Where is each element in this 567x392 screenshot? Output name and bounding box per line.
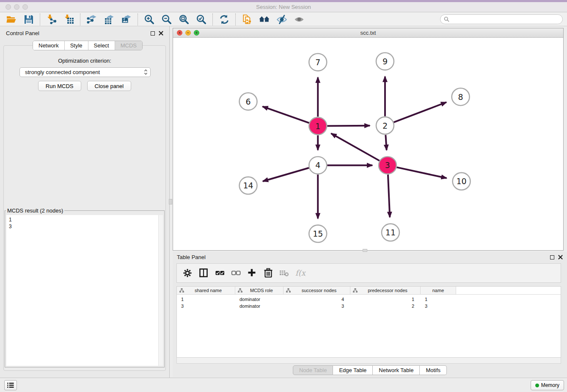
export-image-button[interactable] (120, 14, 133, 25)
table-cell[interactable]: 3 (177, 304, 235, 309)
network-close-button[interactable]: × (177, 30, 182, 36)
horizontal-splitter-grip[interactable] (363, 249, 367, 252)
graph-node-9[interactable]: 9 (376, 52, 394, 70)
float-panel-icon[interactable] (151, 31, 155, 36)
table-cell[interactable]: dominator (235, 304, 284, 309)
tab-node-table[interactable]: Node Table (293, 365, 333, 375)
import-network-button[interactable] (45, 14, 58, 25)
save-session-button[interactable] (22, 14, 35, 25)
close-panel-icon[interactable] (159, 31, 163, 36)
zoom-selected-button[interactable] (195, 14, 208, 25)
tab-network[interactable]: Network (33, 41, 65, 50)
close-window-button[interactable] (6, 4, 11, 10)
graph-node-6[interactable]: 6 (239, 93, 257, 110)
close-table-panel-icon[interactable] (558, 255, 563, 259)
graph-node-8[interactable]: 8 (452, 88, 470, 105)
graph-node-10[interactable]: 10 (453, 173, 471, 190)
edge-4-14[interactable] (263, 168, 309, 181)
tab-select[interactable]: Select (88, 41, 115, 50)
tab-mcds[interactable]: MCDS (115, 41, 142, 50)
network-canvas[interactable]: 7968124314101511 (173, 38, 563, 250)
export-network-button[interactable] (85, 14, 98, 25)
apply-layout-button[interactable] (217, 14, 231, 25)
tab-style[interactable]: Style (65, 41, 88, 50)
export-table-button[interactable] (102, 14, 116, 25)
show-graphics-details-button[interactable] (292, 14, 306, 25)
table-cell[interactable]: 1 (177, 297, 235, 302)
clear-selection-button[interactable] (229, 266, 243, 280)
table-cell[interactable]: 2 (350, 304, 421, 309)
edge-3-1[interactable] (331, 133, 380, 160)
main-toolbar (0, 13, 567, 26)
table-row[interactable]: 3dominator323 (177, 303, 561, 309)
network-minimize-button[interactable]: − (185, 30, 191, 36)
mcds-result-line: 3 (9, 223, 160, 230)
delete-table-icon (279, 268, 290, 279)
column-header-shared-name[interactable]: shared name (177, 287, 235, 294)
table-horizontal-scrollbar[interactable] (176, 358, 561, 364)
graph-node-7[interactable]: 7 (309, 53, 327, 71)
apply-layout-icon (219, 14, 230, 25)
float-table-panel-icon[interactable] (550, 255, 554, 259)
delete-column-button[interactable] (261, 266, 275, 280)
first-neighbors-button[interactable] (258, 14, 271, 25)
close-panel-button[interactable]: Close panel (87, 81, 132, 91)
search-field[interactable] (440, 14, 563, 24)
edge-1-2[interactable] (327, 126, 370, 126)
graph-node-11[interactable]: 11 (382, 224, 399, 241)
edge-2-8[interactable] (394, 102, 446, 122)
task-history-button[interactable] (4, 380, 17, 390)
minimize-window-button[interactable] (14, 4, 19, 10)
network-graph[interactable]: 7968124314101511 (173, 38, 563, 250)
add-column-button[interactable] (245, 266, 259, 280)
criterion-dropdown[interactable]: strongly connected component (19, 67, 151, 77)
tab-edge-table[interactable]: Edge Table (333, 365, 373, 375)
tab-motifs[interactable]: Motifs (420, 365, 447, 375)
open-file-button[interactable] (5, 14, 18, 25)
column-header-successor-nodes[interactable]: successor nodes (284, 287, 350, 294)
table-cell[interactable]: 1 (350, 297, 421, 302)
save-session-icon (23, 14, 34, 25)
table-cell[interactable]: 3 (284, 304, 350, 309)
graph-node-15[interactable]: 15 (309, 225, 327, 243)
column-header-predecessor-nodes[interactable]: predecessor nodes (350, 287, 421, 294)
graph-node-3[interactable]: 3 (379, 157, 396, 174)
table-cell[interactable]: 4 (284, 297, 350, 302)
table-cell[interactable]: 3 (421, 304, 456, 309)
zoom-out-button[interactable] (160, 14, 173, 25)
network-maximize-button[interactable]: + (194, 30, 199, 36)
table-row[interactable]: 1dominator411 (177, 296, 561, 303)
edge-3-10[interactable] (396, 167, 446, 178)
graph-node-14[interactable]: 14 (239, 177, 257, 194)
vertical-splitter-grip[interactable] (169, 199, 172, 204)
result-scrollbar[interactable] (158, 215, 163, 366)
graph-node-4[interactable]: 4 (309, 157, 327, 174)
edge-1-6[interactable] (262, 107, 309, 123)
import-table-button[interactable] (62, 14, 75, 25)
zoom-window-button[interactable] (22, 4, 28, 10)
mcds-result-box[interactable]: 13 (6, 215, 163, 366)
edge-2-3[interactable] (385, 135, 386, 150)
duplicate-network-button[interactable] (240, 14, 253, 25)
run-mcds-button[interactable]: Run MCDS (38, 81, 81, 91)
memory-button[interactable]: Memory (531, 380, 564, 390)
graph-node-1[interactable]: 1 (309, 117, 327, 135)
column-header-mcds-role[interactable]: MCDS role (235, 287, 284, 294)
edge-3-11[interactable] (388, 174, 390, 217)
zoom-fit-button[interactable] (177, 14, 190, 25)
zoom-in-icon (144, 14, 155, 25)
tab-network-table[interactable]: Network Table (373, 365, 420, 375)
table-options-button[interactable] (181, 266, 195, 280)
export-image-icon (121, 14, 132, 25)
search-input[interactable] (451, 16, 559, 23)
column-header-name[interactable]: name (421, 287, 456, 294)
table-cell[interactable]: dominator (235, 297, 284, 302)
network-window-titlebar[interactable]: × − + scc.txt (173, 28, 563, 38)
select-all-button[interactable] (213, 266, 227, 280)
graph-node-2[interactable]: 2 (376, 117, 394, 134)
table-cell[interactable]: 1 (421, 297, 456, 302)
svg-text:15: 15 (313, 229, 323, 238)
zoom-in-button[interactable] (143, 14, 156, 25)
show-columns-button[interactable] (197, 266, 211, 280)
hide-selected-button[interactable] (275, 14, 288, 25)
